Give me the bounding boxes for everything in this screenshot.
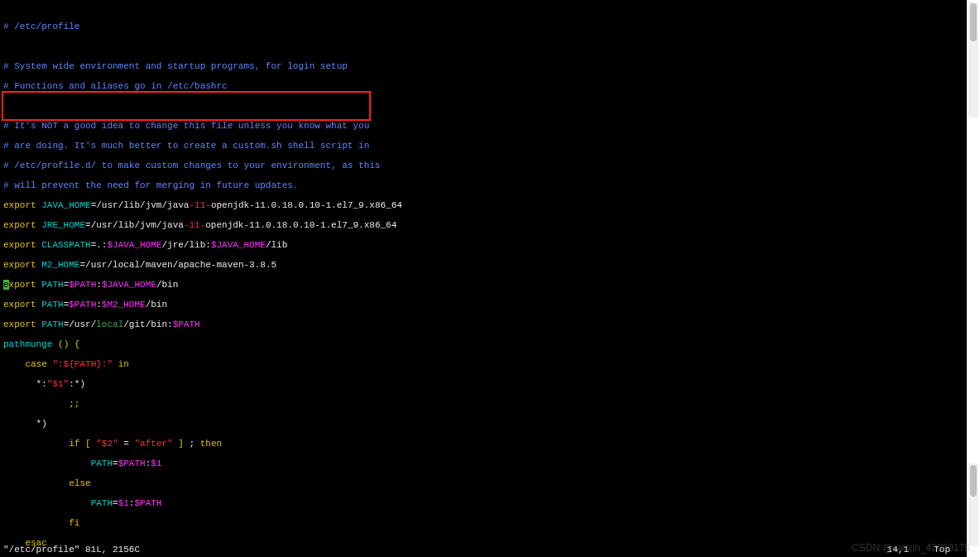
blank-line — [3, 41, 963, 51]
code-line: *:"$1":*) — [3, 379, 963, 389]
code-line: case ":${PATH}:" in — [3, 359, 963, 369]
code-line: export PATH=$PATH:$JAVA_HOME/bin — [3, 280, 963, 290]
blank-line — [3, 101, 963, 111]
code-line: pathmunge () { — [3, 339, 963, 349]
code-line: export M2_HOME=/usr/local/maven/apache-m… — [3, 260, 963, 270]
code-line: esac — [3, 538, 963, 548]
scrollbar-thumb[interactable] — [970, 465, 977, 497]
code-line: export JAVA_HOME=/usr/lib/jvm/java-11-op… — [3, 200, 963, 210]
code-line: if [ "$2" = "after" ] ; then — [3, 439, 963, 449]
comment: # It's NOT a good idea to change this fi… — [3, 121, 963, 131]
cursor: e — [3, 280, 9, 290]
code-line: fi — [3, 518, 963, 528]
code-line: else — [3, 478, 963, 488]
scrollbar-track-bottom[interactable] — [968, 463, 978, 546]
comment: # will prevent the need for merging in f… — [3, 180, 963, 190]
vim-cursor-position: 14,1 — [887, 545, 909, 555]
vim-scroll-indicator: Top — [934, 545, 950, 555]
code-line: ;; — [3, 399, 963, 409]
comment: # /etc/profile — [3, 22, 963, 31]
code-line: export PATH=$PATH:$M2_HOME/bin — [3, 300, 963, 310]
scrollbar-track-top[interactable] — [968, 2, 978, 118]
code-line: export CLASSPATH=.:$JAVA_HOME/jre/lib:$J… — [3, 240, 963, 250]
vim-status-line: "/etc/profile" 81L, 2156C — [3, 545, 140, 555]
scrollbar-thumb[interactable] — [970, 3, 977, 41]
code-line: export JRE_HOME=/usr/lib/jvm/java-11-ope… — [3, 220, 963, 230]
terminal-viewport[interactable]: # /etc/profile # System wide environment… — [0, 0, 967, 557]
code-line: export PATH=/usr/local/git/bin:$PATH — [3, 319, 963, 329]
comment: # /etc/profile.d/ to make custom changes… — [3, 161, 963, 170]
code-line: *) — [3, 419, 963, 429]
comment: # Functions and aliases go in /etc/bashr… — [3, 81, 963, 91]
comment: # System wide environment and startup pr… — [3, 61, 963, 71]
code-line: PATH=$PATH:$1 — [3, 459, 963, 468]
comment: # are doing. It's much better to create … — [3, 141, 963, 151]
code-line: PATH=$1:$PATH — [3, 498, 963, 508]
